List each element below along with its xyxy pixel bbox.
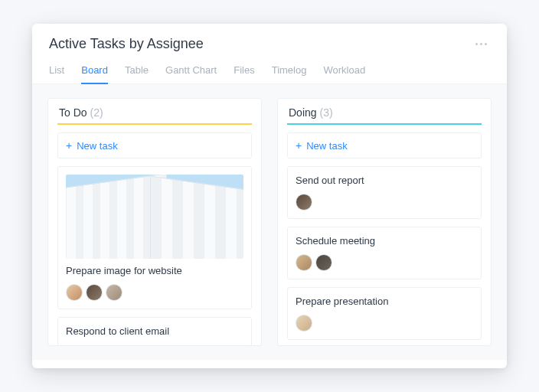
column-header-doing: Doing (3) [287,106,482,125]
column-count: (2) [90,106,103,119]
column-doing: Doing (3) + New task Send out report Sch… [277,98,492,346]
task-card[interactable]: Send out report [287,166,482,219]
column-header-todo: To Do (2) [57,106,252,125]
tab-gantt-chart[interactable]: Gantt Chart [165,60,217,83]
tab-workload[interactable]: Workload [323,60,365,83]
board-area: To Do (2) + New task Prepare image for w… [32,84,507,360]
plus-icon: + [296,139,302,152]
new-task-button[interactable]: + New task [287,132,482,158]
task-title: Send out report [296,175,473,188]
avatar[interactable] [66,284,83,301]
task-thumbnail [66,175,243,259]
tab-board[interactable]: Board [81,60,108,83]
app-frame: Active Tasks by Assignee List Board Tabl… [32,24,507,368]
new-task-label: New task [77,140,117,152]
new-task-label: New task [306,140,347,152]
task-card[interactable]: Respond to client email [57,317,252,346]
column-todo: To Do (2) + New task Prepare image for w… [47,98,262,346]
avatar[interactable] [296,254,312,271]
task-title: Prepare presentation [296,296,473,309]
tab-list[interactable]: List [49,60,64,83]
task-card[interactable]: Prepare image for website [57,166,252,309]
header: Active Tasks by Assignee [32,24,507,55]
task-card[interactable]: Prepare presentation [287,287,482,340]
page-title: Active Tasks by Assignee [49,36,204,52]
avatar[interactable] [296,315,312,332]
plus-icon: + [66,139,72,152]
assignee-avatars [296,315,473,332]
avatar[interactable] [315,254,332,271]
avatar[interactable] [86,284,103,301]
column-title: Doing [289,106,317,119]
task-title: Respond to client email [66,325,243,338]
tab-table[interactable]: Table [125,60,149,83]
assignee-avatars [296,254,473,271]
column-title: To Do [59,106,87,119]
tab-timelog[interactable]: Timelog [272,60,307,83]
avatar[interactable] [296,194,312,211]
column-count: (3) [320,106,333,119]
task-title: Schedule meeting [296,235,473,248]
assignee-avatars [66,284,243,301]
task-title: Prepare image for website [66,265,243,278]
task-card[interactable]: Schedule meeting [287,227,482,279]
new-task-button[interactable]: + New task [57,132,252,158]
more-icon[interactable] [472,40,490,48]
assignee-avatars [296,194,473,211]
avatar[interactable] [106,284,122,301]
view-tabs: List Board Table Gantt Chart Files Timel… [32,55,507,84]
tab-files[interactable]: Files [234,60,254,83]
